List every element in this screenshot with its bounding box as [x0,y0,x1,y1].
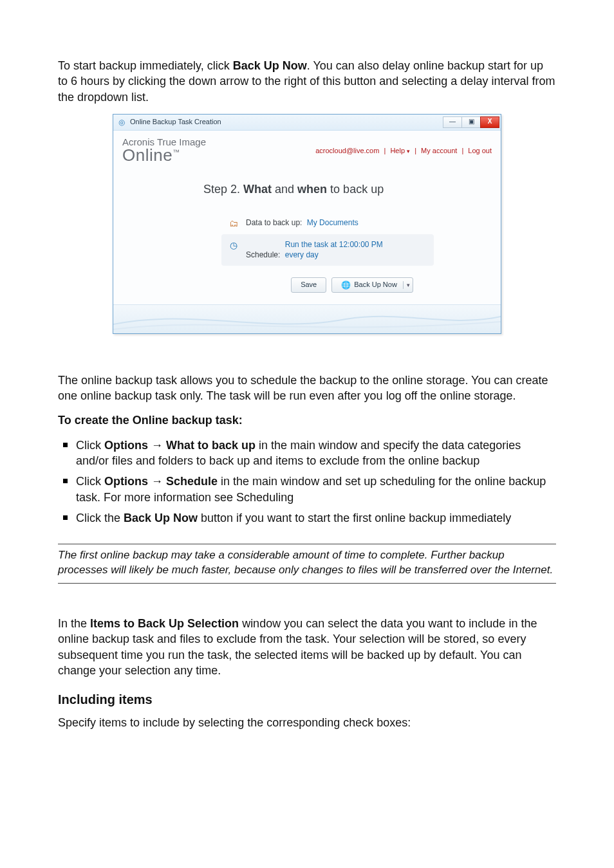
data-label: Data to back up: [246,218,302,227]
log-out-link[interactable]: Log out [468,147,492,154]
back-up-now-button[interactable]: 🌐 Back Up Now ▾ [331,277,413,293]
data-to-back-up-row[interactable]: 🗂 Data to back up: My Documents [221,212,434,234]
body-paragraph-3: Specify items to include by selecting th… [58,715,556,730]
back-up-now-dropdown-icon[interactable]: ▾ [403,281,410,289]
brand-main: Online™ [122,147,206,163]
save-button[interactable]: Save [291,277,326,293]
data-value-link[interactable]: My Documents [307,218,358,227]
wizard-footer-decoration [113,304,501,333]
including-items-heading: Including items [58,691,556,708]
app-icon: ◎ [116,117,127,127]
my-account-link[interactable]: My account [421,147,457,154]
step-item-3: Click the Back Up Now button if you want… [58,510,556,526]
window-title: Online Backup Task Creation [130,117,221,127]
step-title: Step 2. What and when to back up [203,181,501,197]
wizard-screenshot: ◎ Online Backup Task Creation — ▣ X Acro… [113,114,501,334]
intro-pre: To start backup immediately, click [58,59,233,72]
schedule-row[interactable]: ◷ Schedule: Run the task at 12:00:00 PM … [221,234,434,265]
note-box: The first online backup may take a consi… [58,544,556,584]
globe-icon: 🌐 [341,280,351,290]
clock-icon: ◷ [228,239,239,251]
step-item-1: Click Options → What to back up in the m… [58,438,556,469]
intro-paragraph: To start backup immediately, click Back … [58,58,556,105]
create-task-steps: Click Options → What to back up in the m… [58,438,556,526]
help-dropdown-icon[interactable]: ▾ [407,148,410,154]
help-link[interactable]: Help [390,147,405,154]
account-email: acrocloud@live.com [315,147,379,154]
schedule-value-link[interactable]: Run the task at 12:00:00 PM every day [285,239,395,260]
close-button[interactable]: X [480,116,499,128]
step-item-2: Click Options → Schedule in the main win… [58,474,556,505]
schedule-label: Schedule: [246,250,280,259]
minimize-button[interactable]: — [443,116,462,128]
folder-icon: 🗂 [228,217,239,229]
maximize-button[interactable]: ▣ [461,116,481,128]
create-task-heading: To create the Online backup task: [58,412,556,428]
body-paragraph-1: The online backup task allows you to sch… [58,373,556,404]
account-links: acrocloud@live.com | Help ▾ | My account… [315,137,492,156]
body-paragraph-2: In the Items to Back Up Selection window… [58,616,556,678]
window-titlebar: ◎ Online Backup Task Creation — ▣ X [113,115,501,131]
intro-bold: Back Up Now [233,59,307,72]
brand-block: Acronis True Image Online™ [122,137,206,163]
back-up-now-label: Back Up Now [354,280,397,290]
